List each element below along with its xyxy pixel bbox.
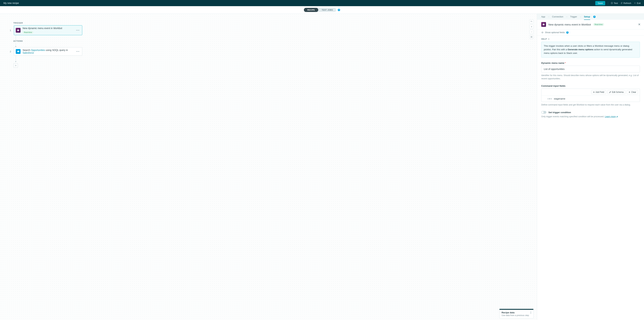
svg-rect-1 [531,36,532,37]
play-icon [611,2,613,4]
command-toolbar: Add Field Edit Schema Clear [542,89,640,96]
field-label: Command input fields [541,84,640,87]
step-number-2: 2 [10,50,12,53]
field-name: stagename [554,98,565,100]
crumb-setup[interactable]: Setup [584,16,590,20]
action-app: Salesforce [22,52,34,54]
refresh-label: Refresh [624,2,631,4]
step-number-1: 1 [10,29,12,32]
actions-section-label: ACTIONS [13,40,82,42]
help-bold: Generate menu options [568,48,594,51]
trigger-condition-section: Set trigger condition Only trigger event… [541,111,640,118]
realtime-badge: Real-time [593,23,604,26]
external-link-icon [616,116,618,118]
tab-test-jobs[interactable]: TEST JOBS [318,8,336,12]
crumb-connection[interactable]: Connection [552,16,563,18]
recipe-data-subtitle: Use data from a previous step [502,314,531,316]
refresh-icon [620,2,622,4]
svg-point-4 [18,30,18,30]
undo-button[interactable] [530,20,534,24]
show-optional-fields[interactable]: Show optional fields ? [537,30,644,36]
action-step-card[interactable]: Search Opportunities using SOQL query in… [14,47,82,56]
trigger-step-card[interactable]: New dynamic menu event in Workbot Real-t… [14,25,82,35]
field-type-icon: A B C [548,98,552,100]
add-step-button[interactable]: ＋ [14,63,18,68]
action-prefix: Search [22,49,31,52]
x-icon [628,91,630,93]
fit-icon [530,36,532,38]
arrowhead-icon [15,61,16,62]
close-panel-button[interactable]: ✕ [638,22,640,26]
trigger-step-title: New dynamic menu event in Workbot [22,27,62,30]
svg-rect-5 [18,29,18,30]
trigger-condition-toggle[interactable] [541,111,546,114]
exit-button[interactable]: Exit [634,2,640,4]
exit-label: Exit [637,2,640,4]
add-field-button[interactable]: Add Field [591,90,606,94]
command-fields-box: Add Field Edit Schema Clear A B C [541,88,640,102]
workbot-icon [541,22,546,27]
svg-point-10 [542,32,543,33]
recipe-data-panel[interactable]: Recipe data Use data from a previous ste… [499,309,534,318]
main: ＋ － TRIGGER 1 New dynamic menu event in … [0,14,644,320]
edit-schema-button[interactable]: Edit Schema [608,90,625,94]
step-menu-icon[interactable]: ••• [76,50,80,53]
chevron-right-icon: → [548,16,550,18]
helper-text: Identifier for this menu. Should describ… [541,74,640,80]
close-icon [634,2,636,4]
recipe-data-title: Recipe data [502,311,531,314]
panel-title: New dynamic menu event in Workbot [548,23,591,26]
clear-button[interactable]: Clear [627,90,638,94]
trigger-condition-label: Set trigger condition [548,111,571,114]
command-field-item[interactable]: A B C stagename [542,96,640,102]
svg-rect-2 [17,30,19,31]
breadcrumb: App → Connection → Trigger → Setup ? [537,14,644,20]
svg-point-3 [18,30,18,30]
tab-recipe[interactable]: RECIPE [304,8,318,12]
save-button[interactable]: Save [595,1,605,5]
help-label: HELP [541,38,547,40]
refresh-button[interactable]: Refresh [620,2,631,4]
help-card: This trigger invokes when a user clicks … [541,42,640,58]
dynamic-menu-name-field: Dynamic menu name* Identifier for this m… [541,62,640,80]
canvas-controls: ＋ － [530,20,534,39]
learn-more-link[interactable]: Learn more [605,116,618,118]
top-header: My new recipe Save Test Refresh Exit [0,0,644,6]
action-mid: using SOQL query in [45,49,68,52]
crumb-trigger[interactable]: Trigger [570,16,577,18]
realtime-badge: Real-time [22,31,33,34]
crumb-app[interactable]: App [541,16,545,18]
help-section-toggle[interactable]: HELP [541,38,640,40]
learn-more-label: Learn more [605,116,616,118]
eye-icon [541,31,544,34]
chevron-right-icon: → [566,16,568,18]
svg-rect-6 [543,24,545,25]
test-button[interactable]: Test [611,2,618,4]
help-icon[interactable]: ? [566,31,568,34]
undo-icon [530,20,532,22]
chevron-right-icon: → [580,16,582,18]
fit-button[interactable] [530,35,534,39]
dyn-label: Dynamic menu name [541,62,564,64]
field-label: Dynamic menu name* [541,62,640,64]
right-panel: App → Connection → Trigger → Setup ? New… [537,14,644,320]
salesforce-icon [16,49,20,54]
helper-text: Only trigger events matching specified c… [541,115,640,118]
help-icon[interactable]: ? [593,16,596,18]
zoom-out-button[interactable]: － [530,30,534,34]
step-menu-icon[interactable]: ••• [76,29,80,32]
required-indicator: * [565,62,566,64]
tab-bar: RECIPE TEST JOBS ? [0,6,644,14]
connector [16,56,16,62]
pill-tabs: RECIPE TEST JOBS [304,8,336,12]
svg-point-8 [544,24,544,24]
expand-icon [530,312,532,314]
panel-header: New dynamic menu event in Workbot Real-t… [537,20,644,30]
action-object: Opportunities [31,49,45,52]
clear-label: Clear [631,91,636,93]
cond-help-text: Only trigger events matching specified c… [541,116,605,118]
dynamic-menu-name-input[interactable] [541,66,640,72]
zoom-in-button[interactable]: ＋ [530,24,534,29]
trigger-step-text: New dynamic menu event in Workbot Real-t… [22,27,73,34]
help-icon[interactable]: ? [338,9,340,11]
